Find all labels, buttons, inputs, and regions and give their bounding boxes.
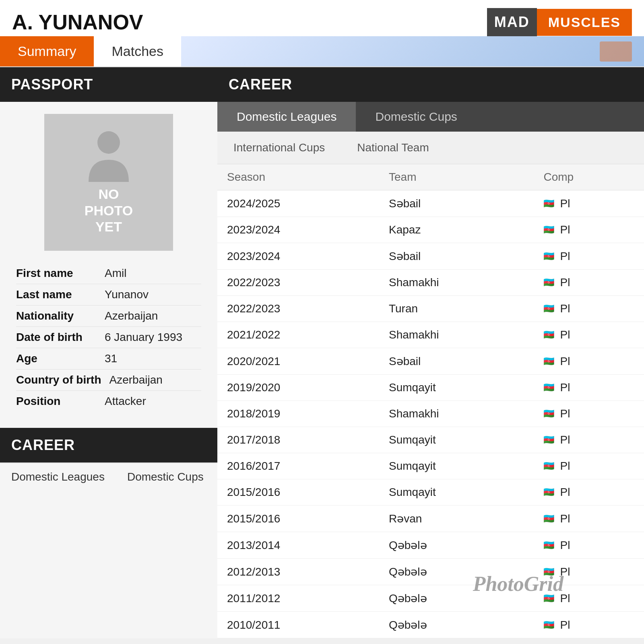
comp-text: Pl [560, 250, 570, 263]
comp-text: Pl [560, 539, 570, 552]
flag-icon: 🇦🇿 [543, 514, 554, 524]
cell-team: Qəbələ [379, 532, 534, 559]
passport-value: Azerbaijan [109, 374, 163, 386]
comp-text: Pl [560, 328, 570, 341]
flag-icon: 🇦🇿 [543, 356, 554, 367]
cell-comp: 🇦🇿Pl [534, 612, 644, 638]
career-table-body: 2024/2025Səbail🇦🇿Pl2023/2024Kapaz🇦🇿Pl202… [217, 190, 644, 638]
flag-icon: 🇦🇿 [543, 303, 554, 314]
cell-season: 2022/2023 [217, 296, 379, 322]
cell-comp: 🇦🇿Pl [534, 506, 644, 532]
passport-row: Country of birthAzerbaijan [16, 369, 201, 391]
tabs-bar: Summary Matches [0, 36, 644, 67]
flag-icon: 🇦🇿 [543, 277, 554, 288]
cell-team: Rəvan [379, 506, 534, 532]
table-row: 2020/2021Səbail🇦🇿Pl [217, 348, 644, 375]
flag-icon: 🇦🇿 [543, 225, 554, 235]
cell-season: 2024/2025 [217, 190, 379, 217]
table-row: 2017/2018Sumqayit🇦🇿Pl [217, 427, 644, 453]
svg-point-0 [97, 131, 120, 154]
cell-season: 2023/2024 [217, 217, 379, 243]
career-tab2-intl-cups[interactable]: International Cups [217, 136, 341, 160]
cell-season: 2016/2017 [217, 453, 379, 479]
table-row: 2022/2023Shamakhi🇦🇿Pl [217, 270, 644, 296]
cell-team: Səbail [379, 190, 534, 217]
cell-season: 2022/2023 [217, 270, 379, 296]
table-row: 2011/2012Qəbələ🇦🇿Pl [217, 585, 644, 612]
comp-text: Pl [560, 433, 570, 446]
table-header-row: Season Team Comp [217, 164, 644, 190]
passport-label: First name [16, 267, 97, 280]
table-row: 2018/2019Shamakhi🇦🇿Pl [217, 401, 644, 427]
flag-icon: 🇦🇿 [543, 198, 554, 209]
cell-team: Sumqayit [379, 427, 534, 453]
passport-info: First nameAmilLast nameYunanovNationalit… [0, 259, 217, 420]
player-name: A. YUNANOV [12, 10, 143, 34]
table-row: 2023/2024Kapaz🇦🇿Pl [217, 217, 644, 243]
cell-team: Kapaz [379, 217, 534, 243]
cell-season: 2015/2016 [217, 506, 379, 532]
cell-comp: 🇦🇿Pl [534, 348, 644, 375]
logo-muscles: MUSCLES [537, 9, 632, 36]
tab-matches[interactable]: Matches [94, 36, 181, 66]
cell-team: Qəbələ [379, 559, 534, 585]
career-table: Season Team Comp 2024/2025Səbail🇦🇿Pl2023… [217, 164, 644, 638]
passport-header: PASSPORT [0, 67, 217, 102]
cell-team: Səbail [379, 348, 534, 375]
passport-value: Azerbaijan [105, 310, 158, 322]
passport-value: 31 [105, 352, 117, 365]
career-bottom-tab-cups[interactable]: Domestic Cups [116, 463, 215, 491]
passport-value: Amil [105, 267, 126, 280]
no-photo-text: NO PHOTO YET [85, 186, 133, 235]
cell-comp: 🇦🇿Pl [534, 270, 644, 296]
career-tabs-row2: International Cups National Team [217, 132, 644, 164]
photo-area: NO PHOTO YET [0, 102, 217, 259]
silhouette-icon [85, 130, 133, 182]
cell-team: Sumqayit [379, 453, 534, 479]
comp-text: Pl [560, 197, 570, 210]
main-layout: PASSPORT NO PHOTO YET First [0, 67, 644, 638]
flag-icon: 🇦🇿 [543, 409, 554, 419]
passport-row: Last nameYunanov [16, 284, 201, 305]
career-tab2-national-team[interactable]: National Team [341, 136, 445, 160]
tab-summary[interactable]: Summary [0, 36, 94, 66]
career-bottom-header: CAREER [0, 428, 217, 462]
tab-banner [181, 36, 644, 66]
cell-season: 2020/2021 [217, 348, 379, 375]
comp-text: Pl [560, 566, 570, 578]
passport-row: Date of birth6 January 1993 [16, 327, 201, 348]
comp-text: Pl [560, 619, 570, 632]
cell-comp: 🇦🇿Pl [534, 296, 644, 322]
table-row: 2010/2011Qəbələ🇦🇿Pl [217, 612, 644, 638]
comp-text: Pl [560, 381, 570, 394]
cell-comp: 🇦🇿Pl [534, 559, 644, 585]
col-team: Team [379, 164, 534, 190]
comp-text: Pl [560, 460, 570, 473]
flag-icon: 🇦🇿 [543, 567, 554, 577]
career-bottom-tab-leagues[interactable]: Domestic Leagues [0, 463, 116, 491]
col-comp: Comp [534, 164, 644, 190]
passport-value: 6 January 1993 [105, 331, 182, 344]
table-row: 2021/2022Shamakhi🇦🇿Pl [217, 322, 644, 348]
cell-season: 2023/2024 [217, 243, 379, 270]
career-tab-domestic-cups[interactable]: Domestic Cups [356, 102, 476, 132]
table-row: 2012/2013Qəbələ🇦🇿Pl [217, 559, 644, 585]
passport-label: Position [16, 395, 97, 408]
passport-row: Age31 [16, 348, 201, 369]
passport-label: Country of birth [16, 374, 101, 386]
cell-team: Sumqayit [379, 375, 534, 401]
career-right-header: CAREER [217, 67, 644, 102]
flag-icon: 🇦🇿 [543, 540, 554, 551]
flag-icon: 🇦🇿 [543, 620, 554, 630]
career-tab-domestic-leagues[interactable]: Domestic Leagues [217, 102, 356, 132]
cell-team: Qəbələ [379, 585, 534, 612]
career-tabs-row1: Domestic Leagues Domestic Cups [217, 102, 644, 132]
flag-icon: 🇦🇿 [543, 593, 554, 604]
comp-text: Pl [560, 355, 570, 368]
cell-season: 2011/2012 [217, 585, 379, 612]
cell-comp: 🇦🇿Pl [534, 322, 644, 348]
cell-season: 2018/2019 [217, 401, 379, 427]
passport-row: PositionAttacker [16, 391, 201, 412]
table-row: 2024/2025Səbail🇦🇿Pl [217, 190, 644, 217]
table-row: 2016/2017Sumqayit🇦🇿Pl [217, 453, 644, 479]
